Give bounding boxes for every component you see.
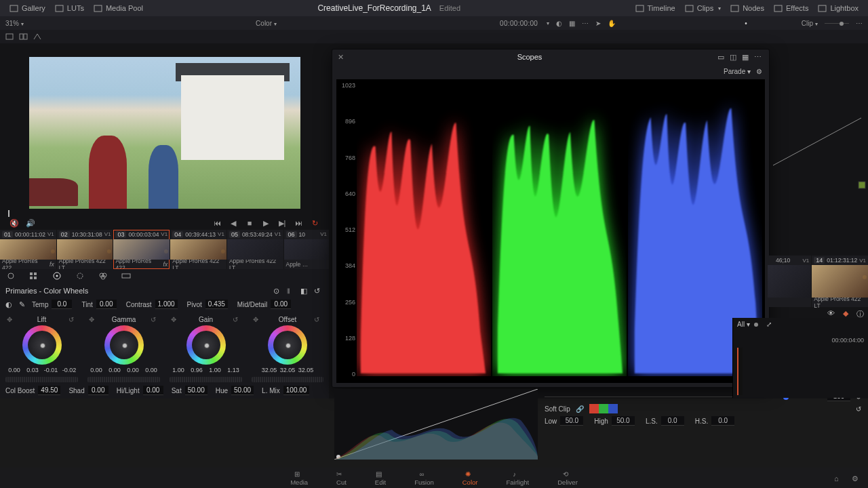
param-value[interactable]: 0.00 <box>143 386 163 395</box>
camera-raw-icon[interactable] <box>5 271 16 281</box>
wheel-value[interactable]: 0.00 <box>87 367 105 373</box>
scope-mode-dropdown[interactable]: Parade ▾ <box>724 68 751 75</box>
highlight-icon[interactable] <box>33 33 42 41</box>
home-icon[interactable]: ⌂ <box>834 474 844 484</box>
clip-thumbnail[interactable]: 0300:00:03:04V1 Apple ProRes 422…fx <box>113 230 170 270</box>
wheel-value[interactable]: 0.00 <box>106 367 123 373</box>
hand-icon[interactable]: ✋ <box>608 20 616 27</box>
param-value[interactable]: 100.00 <box>283 386 310 395</box>
page-tab-fusion[interactable]: ∞Fusion <box>414 470 434 486</box>
info-icon[interactable]: ⓘ <box>856 309 864 319</box>
param-value[interactable]: 50.0 <box>560 416 583 426</box>
clip-dropdown[interactable]: Clip▾ <box>802 20 818 27</box>
wheel-mode-icon[interactable]: ⊙ <box>273 287 283 295</box>
scope-settings-icon[interactable]: ⚙ <box>756 68 762 75</box>
wheel-value[interactable]: 1.13 <box>224 367 242 373</box>
master-jog[interactable] <box>5 377 78 382</box>
master-jog[interactable] <box>87 377 160 382</box>
node-color-icon[interactable]: ◆ <box>843 309 848 319</box>
color-match-icon[interactable] <box>28 271 39 281</box>
master-jog[interactable] <box>252 377 323 382</box>
lightbox-button[interactable]: Lightbox <box>814 3 863 14</box>
kf-all-dropdown[interactable]: All ▾ <box>737 321 750 328</box>
color-wheel-lift[interactable] <box>22 325 62 365</box>
param-value[interactable]: 0.00 <box>88 386 108 395</box>
reset-icon[interactable]: ↺ <box>151 316 159 324</box>
reset-icon[interactable]: ↺ <box>314 287 323 295</box>
wheel-value[interactable]: 1.00 <box>170 367 187 373</box>
link-icon[interactable]: 🔗 <box>576 405 584 413</box>
motion-icon[interactable] <box>121 271 132 281</box>
picker-icon[interactable]: ✥ <box>7 316 15 324</box>
clip-thumbnail[interactable]: 0210:30:31:08V1 Apple ProRes 422 LT <box>57 230 113 270</box>
scopes-window[interactable]: ✕ Scopes ▭ ◫ ▦ ⋯ Parade ▾ ⚙ 102389676864… <box>332 49 770 388</box>
hdr-icon[interactable] <box>75 271 85 281</box>
param-value[interactable]: 0.00 <box>271 300 291 309</box>
wheel-value[interactable]: 0.00 <box>142 367 160 373</box>
zoom-level[interactable]: 31%▾ <box>5 20 33 27</box>
param-value[interactable]: 0.0 <box>711 416 734 426</box>
expand-icon[interactable]: ⤢ <box>766 321 772 328</box>
more-icon[interactable]: ⋯ <box>754 53 764 61</box>
wheel-value[interactable]: 1.00 <box>206 367 224 373</box>
wheel-value[interactable]: 32.05 <box>297 367 315 373</box>
wheel-value[interactable]: 0.96 <box>188 367 205 373</box>
auto-balance-icon[interactable]: ◐ <box>5 300 12 309</box>
play-button[interactable]: ▶ <box>260 218 272 228</box>
page-tab-deliver[interactable]: ⟲Deliver <box>557 470 578 486</box>
layout-1-icon[interactable]: ▭ <box>717 53 727 61</box>
layout-2-icon[interactable]: ◫ <box>730 53 739 61</box>
picker-icon[interactable]: ✥ <box>171 316 179 324</box>
close-icon[interactable]: ✕ <box>338 53 344 62</box>
more-icon[interactable]: ⋯ <box>856 20 863 27</box>
next-button[interactable]: ▶| <box>276 218 288 228</box>
reset-icon[interactable]: ↺ <box>314 316 322 324</box>
luts-button[interactable]: LUTs <box>51 3 88 14</box>
settings-icon[interactable]: ⚙ <box>852 474 861 484</box>
color-wheel-gamma[interactable] <box>104 325 144 365</box>
color-wheel-gain[interactable] <box>186 325 226 365</box>
clips-button[interactable]: Clips▾ <box>681 3 725 14</box>
mute-icon[interactable]: 🔇 <box>8 218 20 228</box>
pointer-icon[interactable]: ➤ <box>595 20 601 27</box>
wheel-value[interactable]: -0.01 <box>42 367 60 373</box>
viewer-timecode[interactable]: 00:00:00:00 <box>500 20 538 27</box>
gallery-button[interactable]: Gallery <box>5 3 50 14</box>
param-value[interactable]: 0.0 <box>661 416 684 426</box>
page-tab-color[interactable]: ✺Color <box>462 470 478 486</box>
grid-icon[interactable]: ▦ <box>569 20 575 27</box>
wheel-value[interactable]: -0.02 <box>60 367 78 373</box>
node-graph[interactable] <box>773 104 868 199</box>
color-wheel-offset[interactable] <box>268 325 307 365</box>
last-frame-button[interactable]: ⏭ <box>292 218 304 228</box>
stop-button[interactable]: ■ <box>243 218 256 228</box>
softclip-r-toggle[interactable] <box>589 404 599 413</box>
bypass-icon[interactable]: ◐ <box>556 20 562 27</box>
wheel-value[interactable]: 0.00 <box>5 367 23 373</box>
pick-white-icon[interactable]: ✎ <box>19 300 25 309</box>
keyframes-panel[interactable]: All ▾ ⤢ 00:00:04:00 <box>732 318 868 398</box>
reset-icon[interactable]: ↺ <box>233 316 241 324</box>
volume-icon[interactable]: 🔊 <box>24 218 37 228</box>
wheels-icon[interactable] <box>52 271 62 281</box>
param-value[interactable]: 50.00 <box>231 386 254 395</box>
nodes-button[interactable]: Nodes <box>726 3 768 14</box>
param-value[interactable]: 49.50 <box>38 386 60 395</box>
softclip-g-toggle[interactable] <box>599 404 608 413</box>
bars-mode-icon[interactable]: ⦀ <box>287 287 296 295</box>
master-jog[interactable] <box>170 377 242 382</box>
effects-button[interactable]: Effects <box>770 3 812 14</box>
clip-thumbnail[interactable]: 1401:12:31:12V1 Apple ProRes 422 LT <box>812 256 868 307</box>
page-tab-media[interactable]: ⊞Media <box>290 470 308 486</box>
wheel-value[interactable]: 32.05 <box>260 367 278 373</box>
param-value[interactable]: 50.00 <box>185 386 208 395</box>
page-tab-fairlight[interactable]: ♪Fairlight <box>506 470 529 486</box>
page-tab-edit[interactable]: ▤Edit <box>375 470 386 486</box>
prev-button[interactable]: ◀ <box>227 218 239 228</box>
overlay-icon[interactable] <box>5 33 15 41</box>
clip-thumbnail[interactable]: 0508:53:49:24V1 Apple ProRes 422 LT <box>227 230 283 270</box>
picker-icon[interactable]: ✥ <box>253 316 261 324</box>
clip-thumbnail[interactable]: 0100:00:11:02V1 Apple ProRes 422…fx <box>0 230 56 270</box>
mediapool-button[interactable]: Media Pool <box>90 3 147 14</box>
wheel-value[interactable]: 32.05 <box>279 367 296 373</box>
